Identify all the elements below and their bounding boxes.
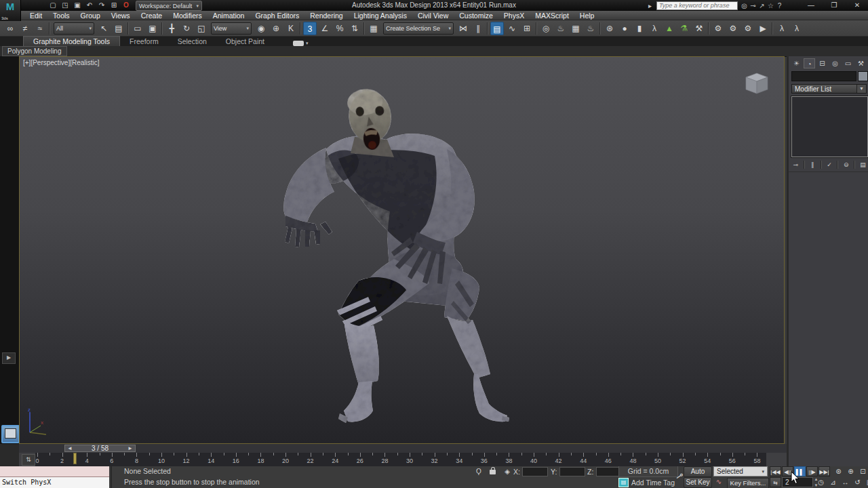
window-crossing-icon[interactable]: ▣ — [146, 22, 159, 35]
add-time-tag[interactable]: ▤ Add Time Tag — [618, 478, 675, 487]
menu-item-lighting-analysis[interactable]: Lighting Analysis — [349, 11, 412, 20]
previous-frame-button[interactable]: ◀|| — [782, 466, 793, 476]
key-step-toggle-button[interactable]: ⇆ — [770, 477, 781, 487]
modifier-list-dropdown[interactable]: Modifier List ▼ — [791, 84, 867, 94]
make-unique-button[interactable]: ✓ — [824, 160, 835, 169]
select-and-link-icon[interactable]: ∞ — [3, 22, 17, 35]
select-and-manipulate-icon[interactable]: ⊕ — [269, 22, 283, 35]
menu-item-modifiers[interactable]: Modifiers — [167, 11, 208, 20]
select-and-scale-icon[interactable]: ◱ — [195, 22, 208, 35]
auto-key-button[interactable]: Auto Key — [684, 466, 712, 477]
listener-macro-line[interactable] — [0, 466, 109, 477]
ribbon-tab-selection[interactable]: Selection — [168, 37, 216, 46]
favorites-star-icon[interactable]: ☆ — [766, 2, 775, 9]
perspective-viewport[interactable]: [+][Perspective][Realistic] z x — [19, 56, 785, 444]
layer-manager-icon[interactable]: ▤ — [490, 22, 504, 35]
workspace-dropdown[interactable]: Workspace: Default ▾ — [136, 1, 202, 11]
key-mode-dropdown[interactable]: Selected ▾ — [713, 466, 768, 476]
configure-modifier-sets-button[interactable]: ▤ — [857, 160, 868, 169]
tab-create[interactable]: ☀ — [791, 58, 802, 68]
expand-toolbar-button[interactable]: ▶ — [2, 352, 16, 364]
snaps-toggle-icon[interactable]: 3 — [303, 22, 317, 35]
z-coordinate-field[interactable] — [596, 467, 619, 476]
physx-source-icon[interactable]: λ — [775, 22, 789, 35]
search-collapse-icon[interactable]: ▸ — [646, 2, 654, 9]
search-input[interactable] — [656, 1, 738, 10]
select-object-icon[interactable]: ↖ — [97, 22, 111, 35]
pan-view-button[interactable]: ↔ — [840, 477, 851, 487]
menu-item-tools[interactable]: Tools — [47, 11, 75, 20]
time-configuration-button[interactable]: ◷ — [815, 477, 827, 487]
material-editor-icon[interactable]: ◎ — [539, 22, 553, 35]
graph-editors-icon[interactable]: ∿ — [505, 22, 519, 35]
ribbon-media-button[interactable]: ▾ — [293, 41, 309, 46]
capsule-icon[interactable]: ▮ — [633, 22, 646, 35]
time-slider-handle[interactable]: ◄ 3 / 58 ► — [64, 445, 136, 452]
minimize-button[interactable]: — — [802, 1, 821, 9]
tab-polygon-modeling[interactable]: Polygon Modeling — [2, 46, 67, 56]
set-key-curve-icon[interactable]: ∿ — [713, 478, 724, 487]
edit-named-selection-sets-icon[interactable]: ▦ — [367, 22, 380, 35]
unlink-selection-icon[interactable]: ≠ — [18, 22, 32, 35]
restore-button[interactable]: ❐ — [825, 1, 844, 9]
app-logo-button[interactable]: M 3ds — [0, 0, 21, 21]
close-button[interactable]: ✕ — [848, 1, 867, 9]
utilities-hammer-icon[interactable]: ⚒ — [692, 22, 706, 35]
menu-item-graph-editors[interactable]: Graph Editors — [250, 11, 304, 20]
viewport-layout-tab-active[interactable] — [1, 425, 20, 443]
cloth-icon[interactable]: ▲ — [663, 22, 676, 35]
biped-icon[interactable]: λ — [648, 22, 661, 35]
arc-rotate-button[interactable]: ↺ — [852, 477, 863, 487]
selection-lock-icon[interactable] — [487, 467, 498, 476]
undo-icon[interactable]: ↶ — [84, 1, 95, 10]
play-animation-button[interactable]: ▌▌ — [794, 466, 806, 476]
next-frame-button[interactable]: ||▶ — [806, 466, 818, 476]
massfx-rigid-dynamic-icon[interactable]: ⚙ — [726, 22, 740, 35]
set-key-button[interactable]: Set Key — [684, 477, 712, 488]
time-slider-track[interactable]: ◄ 3 / 58 ► — [19, 444, 787, 453]
save-file-icon[interactable]: ▣ — [72, 1, 83, 10]
remove-modifier-button[interactable]: ⊖ — [840, 160, 852, 169]
object-name-field[interactable] — [791, 71, 856, 81]
subscription-key-icon[interactable]: ⊸ — [749, 2, 757, 9]
tab-motion[interactable]: ◎ — [829, 58, 841, 68]
render-setup-icon[interactable]: ♨ — [554, 22, 568, 35]
schematic-view-icon[interactable]: ⊞ — [520, 22, 534, 35]
reference-coordinate-system-dropdown[interactable]: View ▾ — [211, 22, 252, 35]
tab-modify[interactable]: ◔ — [804, 58, 815, 68]
rectangular-selection-region-icon[interactable]: ▭ — [131, 22, 144, 35]
open-mini-curve-editor-button[interactable]: ⇅ — [22, 454, 35, 466]
menu-item-animation[interactable]: Animation — [208, 11, 250, 20]
show-end-result-button[interactable]: ∥ — [807, 160, 818, 169]
use-pivot-point-center-icon[interactable]: ◉ — [254, 22, 268, 35]
tab-display[interactable]: ▭ — [842, 58, 854, 68]
menu-item-help[interactable]: Help — [574, 11, 600, 20]
open-file-icon[interactable]: ◳ — [60, 1, 71, 10]
current-frame-marker[interactable] — [73, 453, 77, 464]
select-and-rotate-icon[interactable]: ↻ — [180, 22, 193, 35]
key-mode-toggle-button[interactable]: ⊛ — [833, 466, 844, 476]
keyboard-shortcut-override-icon[interactable]: K — [284, 22, 298, 35]
go-to-start-button[interactable]: |◀◀ — [770, 466, 781, 476]
zoom-extents-button[interactable]: ⊡ — [857, 466, 868, 476]
communication-arrow-icon[interactable]: ↗ — [757, 2, 766, 9]
menu-item-create[interactable]: Create — [136, 11, 168, 20]
menu-item-civil-view[interactable]: Civil View — [412, 11, 454, 20]
adaptive-degradation-bulb-icon[interactable]: Ϙ — [473, 467, 484, 476]
maximize-viewport-toggle-button[interactable]: ▣ — [864, 477, 868, 487]
y-coordinate-field[interactable] — [559, 467, 585, 476]
help-icon[interactable]: ? — [775, 2, 784, 9]
menu-item-customize[interactable]: Customize — [454, 11, 498, 20]
massfx-simulate-icon[interactable]: ▶ — [756, 22, 770, 35]
pin-stack-button[interactable]: ⊸ — [790, 160, 802, 169]
redo-icon[interactable]: ↷ — [96, 1, 107, 10]
next-frame-arrow[interactable]: ► — [125, 445, 135, 451]
search-binoculars-icon[interactable]: ◎ — [740, 2, 749, 9]
tab-hierarchy[interactable]: ⊟ — [816, 58, 828, 68]
sphere-check-icon[interactable]: ● — [618, 22, 631, 35]
physx-clone-icon[interactable]: λ — [790, 22, 804, 35]
menu-item-views[interactable]: Views — [106, 11, 136, 20]
render-production-icon[interactable]: ♨ — [584, 22, 597, 35]
ribbon-tab-freeform[interactable]: Freeform — [120, 37, 168, 46]
previous-frame-arrow[interactable]: ◄ — [65, 445, 75, 451]
